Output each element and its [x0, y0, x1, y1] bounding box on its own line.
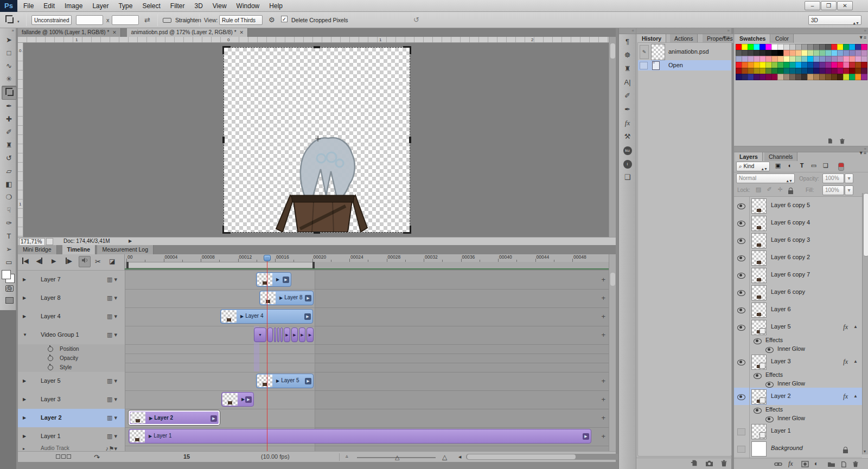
clip-properties-icon[interactable]: ▶ [283, 277, 289, 283]
track-header[interactable]: ▶Layer 5▥ ▾ [18, 372, 125, 390]
transition-icon[interactable]: ◪ [109, 258, 115, 265]
track-header[interactable]: Position [18, 344, 125, 354]
tool-preset-arrow-icon[interactable]: ▾ [17, 17, 20, 27]
menu-type[interactable]: Type [113, 0, 137, 12]
timeline-ruler[interactable]: 0000004000080001200016000200002400028000… [125, 254, 616, 262]
clip-properties-icon[interactable]: ▶ [210, 415, 217, 422]
opacity-arrow-icon[interactable]: ▾ [845, 174, 853, 183]
group-clip-segment[interactable]: ▶ [299, 327, 305, 342]
minimize-button[interactable]: – [805, 1, 820, 10]
layer-row-effects[interactable]: Effects [734, 370, 862, 380]
add-mask-icon[interactable] [801, 460, 809, 467]
panel-menu-icon[interactable]: ▼≡ [859, 150, 866, 156]
collapse-effects-icon[interactable]: ▲ [853, 359, 858, 364]
zoom-level[interactable]: 171,71% [19, 238, 45, 246]
history-item-1[interactable]: ≡Open [638, 60, 731, 70]
crop-handle-tl[interactable] [222, 46, 231, 54]
layer-comps-panel-icon[interactable]: fx [621, 117, 634, 129]
status-arrow-icon[interactable]: ▶ [129, 238, 132, 245]
play-button[interactable]: ▶ [52, 258, 56, 265]
split-clip-icon[interactable]: ✂ [95, 258, 101, 266]
layer-row-layer-6[interactable]: Layer 6 [734, 301, 862, 319]
stopwatch-icon[interactable] [48, 365, 53, 370]
track-header[interactable]: ▶Layer 7▥ ▾ [18, 271, 125, 289]
layer-thumbnail[interactable] [751, 285, 767, 300]
layers-tab-layers[interactable]: Layers [735, 152, 763, 161]
canvas[interactable] [224, 48, 410, 232]
visibility-toggle[interactable] [737, 428, 745, 435]
layer-thumbnail[interactable] [751, 216, 767, 231]
move-tool[interactable]: ➤ [2, 34, 16, 47]
type-tool[interactable]: T [2, 230, 16, 243]
crop-handle-left[interactable] [222, 137, 225, 143]
lock-position-icon[interactable]: ✛ [775, 186, 785, 194]
paragraph-panel-icon[interactable]: ¶ [621, 35, 634, 48]
timeline-vertical-scrollbar[interactable]: ▾ [609, 254, 616, 451]
timeline-tab-measurement-log[interactable]: Measurement Log [97, 245, 154, 254]
track-header[interactable]: Opacity [18, 354, 125, 363]
track-filter-icon[interactable]: ▥ ▾ [107, 396, 117, 403]
track-header[interactable]: Style [18, 363, 125, 372]
history-tab-properties[interactable]: Properties [703, 34, 738, 43]
gradient-tool[interactable]: ◧ [2, 178, 16, 191]
prev-frame-button[interactable]: ◀ [36, 258, 42, 265]
pasteboard[interactable] [23, 43, 609, 237]
clip-properties-icon[interactable]: ▶ [305, 295, 311, 301]
group-clip-segment[interactable]: ▼ [254, 327, 266, 342]
brush-presets-panel-icon[interactable]: ✐ [621, 89, 634, 102]
collapse-dock-icon[interactable]: » [734, 146, 868, 152]
track-header[interactable]: ▼Video Group 1▥ ▾ [18, 326, 125, 344]
canvas-vertical-scrollbar[interactable] [609, 37, 616, 237]
healing-brush-tool[interactable]: ✚ [2, 113, 16, 126]
delete-cropped-checkbox[interactable]: ✓ [281, 16, 288, 22]
brush-tool[interactable]: ✐ [2, 126, 16, 139]
track-filter-icon[interactable]: ▥ ▾ [107, 276, 117, 283]
straighten-icon[interactable] [163, 18, 171, 23]
work-area-start-handle[interactable] [126, 262, 129, 268]
scrollbar-thumb[interactable] [863, 193, 868, 256]
delete-layer-icon[interactable] [852, 460, 859, 467]
measurement-panel-icon[interactable]: ⚒ [621, 130, 634, 143]
kuler-panel-icon[interactable]: ku [621, 144, 634, 156]
new-swatch-icon[interactable] [827, 137, 833, 144]
layer-thumbnail[interactable] [751, 320, 767, 335]
layer-row-inner-glow[interactable]: Inner Glow [734, 379, 862, 388]
layer-thumbnail[interactable] [751, 424, 767, 439]
clip-layer-3[interactable]: ▶▶ [221, 392, 254, 407]
layer-thumbnail[interactable] [751, 441, 767, 457]
marquee-tool[interactable]: □ [2, 47, 16, 60]
eyedropper-tool[interactable]: ✒ [2, 100, 16, 113]
playhead-head[interactable]: ⋯ [264, 255, 271, 261]
audio-icon[interactable]: ♪ [106, 445, 109, 452]
layer-thumbnail[interactable] [751, 303, 767, 318]
navigator-panel-icon[interactable]: ☸ [621, 49, 634, 61]
menu-help[interactable]: Help [264, 0, 288, 12]
panel-menu-icon[interactable]: ▼≡ [859, 35, 866, 40]
close-tab-icon[interactable]: ✕ [112, 30, 117, 35]
track-header[interactable]: ▸Audio Track♪⚑▾ [18, 446, 125, 451]
mute-audio-button[interactable] [79, 256, 91, 267]
visibility-toggle[interactable] [765, 346, 774, 353]
layer-thumbnail[interactable] [751, 250, 767, 266]
clip-layer-1[interactable]: ▶Layer 1▶ [129, 429, 591, 444]
delete-cropped-label[interactable]: Delete Cropped Pixels [291, 15, 348, 25]
layer-row-layer-6-copy-7[interactable]: Layer 6 copy 7 [734, 266, 862, 284]
scrollbar-thumb[interactable] [610, 273, 615, 286]
3d-panel-icon[interactable]: ❑ [621, 171, 634, 183]
expand-icon[interactable]: ▶ [23, 397, 26, 402]
visibility-toggle[interactable] [765, 381, 774, 388]
expand-icon[interactable]: ▸ [23, 446, 25, 451]
history-item-0[interactable]: ✎animatiobn.psd [638, 43, 731, 60]
lasso-tool[interactable]: ∿ [2, 60, 16, 73]
new-group-icon[interactable] [827, 460, 835, 467]
layer-thumbnail[interactable] [751, 198, 767, 214]
expand-dock-icon[interactable]: « [619, 28, 636, 34]
smudge-tool[interactable]: ☟ [2, 204, 16, 217]
visibility-toggle[interactable] [754, 407, 762, 414]
layer-row-layer-2[interactable]: Layer 2fx▲ [734, 388, 862, 406]
work-area-end-handle[interactable] [312, 262, 315, 268]
layer-row-layer-6-copy-3[interactable]: Layer 6 copy 3 [734, 232, 862, 249]
first-frame-button[interactable]: ◀ [22, 258, 28, 265]
close-button[interactable]: ✕ [837, 1, 853, 10]
group-clip-segment[interactable] [280, 327, 283, 342]
